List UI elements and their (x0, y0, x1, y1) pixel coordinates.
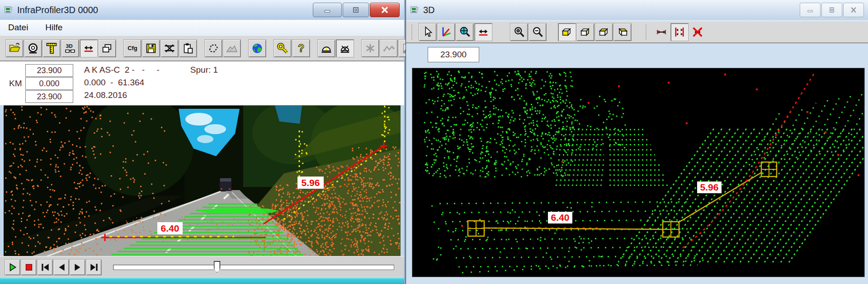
minimize-icon (807, 7, 814, 13)
polyline-button[interactable] (380, 39, 398, 57)
view-side-button[interactable] (576, 23, 594, 41)
key-icon (276, 42, 289, 55)
measure-marker[interactable] (468, 221, 484, 236)
minimize-button[interactable] (313, 3, 342, 17)
menu-datei[interactable]: Datei (6, 22, 30, 33)
app-icon (410, 5, 420, 14)
pointer-icon (421, 26, 434, 38)
config-icon: Cfg (127, 45, 137, 51)
zoom-in-button[interactable] (510, 23, 528, 41)
position-slider[interactable] (113, 263, 394, 271)
open-file-button[interactable] (5, 39, 24, 57)
view-side-icon (579, 26, 592, 38)
measure-width-button[interactable] (474, 23, 492, 41)
snap-star-button[interactable] (361, 39, 379, 57)
cascade-windows-button[interactable] (98, 39, 116, 57)
delete-measure-icon (691, 26, 704, 38)
save-button[interactable] (142, 39, 160, 57)
config-button[interactable]: Cfg (123, 39, 142, 57)
terrain-button[interactable] (223, 39, 241, 57)
delete-measure-button[interactable] (689, 23, 706, 41)
measure-gauge-button[interactable] (670, 23, 689, 41)
km-to-field[interactable]: 23.900 (25, 90, 73, 103)
lamp-off-icon (339, 42, 351, 55)
left-window-bottom-border (0, 277, 404, 284)
slider-track[interactable] (113, 265, 394, 270)
globe-icon (251, 42, 264, 55)
toolbar-grip[interactable] (646, 24, 649, 40)
stop-button[interactable] (21, 259, 37, 275)
view-bottom-button[interactable] (558, 23, 576, 41)
range-line: 0.000 - 61.364 (84, 78, 144, 88)
project-line: A K AS-C 2 - - -Spur: 1 (84, 65, 218, 75)
left-titlebar[interactable]: InfraProfiler3D 0000 (0, 0, 404, 20)
help-button[interactable]: ? (292, 39, 310, 57)
slider-thumb[interactable] (214, 261, 221, 273)
road-width-measure[interactable]: 6.40 (468, 212, 664, 236)
snap-star-icon (364, 42, 377, 55)
measure-marker[interactable] (663, 222, 679, 237)
lamp-off-button[interactable] (336, 39, 354, 57)
menu-hilfe[interactable]: Hilfe (43, 22, 64, 33)
step-forward-icon (73, 262, 83, 272)
axes-button[interactable] (437, 23, 455, 41)
close-button[interactable] (370, 3, 400, 17)
view-3d-button[interactable]: 3D (61, 39, 79, 57)
zoom-in-icon (513, 26, 525, 38)
skip-end-icon (89, 262, 99, 272)
km-from-field[interactable]: 23.900 (25, 64, 73, 77)
maximize-icon (352, 7, 359, 13)
track-frame-icon (163, 42, 176, 55)
skip-end-button[interactable] (86, 259, 102, 275)
right-titlebar[interactable]: 3D (406, 0, 868, 20)
measure-marker[interactable] (761, 162, 777, 177)
close-button[interactable] (843, 3, 864, 17)
polygon-select-icon (207, 42, 220, 55)
maximize-button[interactable] (343, 3, 369, 17)
km-value-field[interactable]: 23.900 (428, 47, 479, 62)
toolbar-grip[interactable] (411, 24, 415, 40)
point-cloud-view[interactable]: 6.40 5.96 (412, 68, 865, 277)
measure-ruler-button[interactable] (42, 39, 61, 57)
view-top-button[interactable] (595, 23, 613, 41)
play-button[interactable] (5, 259, 20, 275)
km-pos-field[interactable]: 0.000 (25, 77, 73, 90)
step-back-button[interactable] (53, 259, 69, 275)
close-icon (381, 6, 389, 14)
open-file-icon (8, 42, 21, 55)
view-top-alt-button[interactable] (613, 23, 632, 41)
road-width-label: 6.40 (551, 212, 570, 223)
left-menubar: Datei Hilfe (0, 20, 404, 36)
polygon-select-button[interactable] (204, 39, 222, 57)
play-icon (8, 262, 18, 272)
paste-icon (182, 42, 194, 55)
globe-button[interactable] (248, 39, 266, 57)
zoom-sphere-button[interactable] (456, 23, 474, 41)
paste-button[interactable] (179, 39, 197, 57)
measure-width-icon (477, 26, 490, 38)
step-forward-button[interactable] (70, 259, 85, 275)
minimize-button[interactable] (800, 3, 821, 17)
cascade-windows-icon (101, 42, 113, 55)
measure-ruler-icon (45, 42, 58, 55)
measure-width-button[interactable] (80, 39, 98, 57)
measure-span-button[interactable] (653, 23, 670, 41)
skip-start-button[interactable] (37, 259, 53, 275)
key-button[interactable] (274, 39, 292, 57)
pointer-button[interactable] (419, 23, 437, 41)
left-toolbar: 3D Cfg (0, 35, 404, 61)
close-icon (850, 7, 857, 13)
skip-start-icon (40, 262, 50, 272)
camera-roll-button[interactable] (24, 39, 42, 57)
app-icon (5, 5, 14, 14)
slope-measure[interactable]: 5.96 (663, 73, 815, 248)
lamp-on-button[interactable] (317, 39, 335, 57)
measure-width-icon (82, 42, 95, 55)
track-frame-button[interactable] (160, 39, 179, 57)
camera-photo-view[interactable]: 6.40 5.96 (4, 105, 401, 256)
measure-gauge-icon (673, 26, 686, 38)
maximize-button[interactable] (821, 3, 842, 17)
zoom-out-icon (531, 26, 544, 38)
zoom-out-button[interactable] (528, 23, 547, 41)
green-point-cloud (424, 70, 626, 267)
